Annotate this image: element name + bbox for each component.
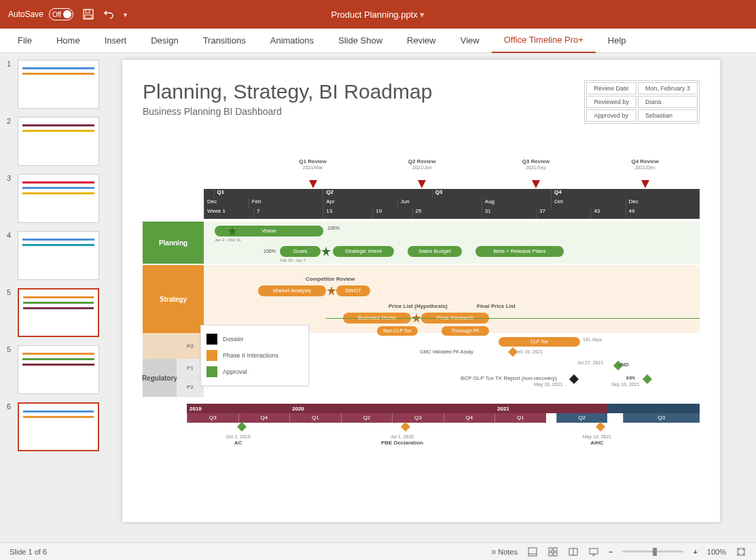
milestone-label: Jul 1, 2020PBE Declaration	[381, 434, 423, 446]
task-goals: Goals	[280, 246, 321, 257]
svg-rect-11	[549, 553, 552, 556]
review-marker-icon	[532, 180, 540, 188]
ribbon-tab-insert[interactable]: Insert	[92, 29, 139, 53]
bottom-year	[607, 404, 700, 413]
milestone-diamond-icon	[236, 422, 246, 432]
reading-view-icon[interactable]	[568, 546, 579, 557]
info-cell: Diana	[638, 96, 698, 108]
svg-rect-1	[86, 10, 90, 13]
ribbon-tab-slide-show[interactable]: Slide Show	[326, 29, 395, 53]
slideshow-icon[interactable]	[588, 546, 599, 557]
slide-canvas: Planning, Strategy, BI Roadmap Business …	[122, 60, 720, 522]
bottom-years: 201920202021	[187, 404, 700, 413]
legend-phase2: Phase II Interactions	[223, 352, 278, 359]
fit-icon[interactable]	[736, 546, 746, 557]
autosave-label: AutoSave	[8, 10, 43, 19]
info-cell: Sebastian	[638, 109, 698, 122]
zoom-in-icon[interactable]: +	[693, 548, 697, 556]
slide-thumbnail[interactable]	[18, 231, 99, 280]
milestone-burst-icon	[228, 226, 237, 236]
ribbon-tab-review[interactable]: Review	[395, 29, 448, 53]
reg-p2: P2	[177, 378, 204, 397]
timescale-week: 25	[412, 208, 422, 219]
timescale-quarter: Q4	[551, 189, 562, 198]
timescale-week: 19	[372, 208, 382, 219]
p2-outer	[143, 333, 177, 359]
legend-swatch-approval	[206, 366, 217, 377]
bottom-quarter: Q3	[623, 413, 700, 423]
info-cell: Reviewed by	[586, 96, 636, 108]
svg-marker-5	[327, 286, 336, 296]
strategy-lane: Competitor Review Market Analysis SWOT P…	[204, 265, 700, 333]
swimlane-label-regulatory: Regulatory	[143, 359, 177, 397]
document-title: Product Planning.pptx ▾	[331, 10, 425, 20]
customize-icon[interactable]: ▾	[124, 11, 127, 18]
ribbon-tab-design[interactable]: Design	[139, 29, 190, 53]
slide-editor-area[interactable]: Planning, Strategy, BI Roadmap Business …	[115, 53, 756, 542]
swimlane-label-planning: Planning	[143, 222, 204, 264]
normal-view-icon[interactable]	[527, 546, 538, 557]
workspace: 1234556 Planning, Strategy, BI Roadmap B…	[0, 53, 756, 542]
svg-rect-2	[85, 15, 92, 18]
bottom-quarter: Q1	[494, 413, 546, 423]
ind-date: Jul 27, 2021	[577, 360, 603, 365]
timescale-week: 7	[253, 208, 259, 219]
bottom-quarter: Q4	[238, 413, 290, 423]
milestone-diamond-icon	[401, 422, 410, 432]
title-bar: AutoSave Off ▾ Product Planning.pptx ▾	[0, 0, 756, 29]
swimlane-strategy: Strategy Competitor Review Market Analys…	[143, 265, 700, 333]
bottom-year: 2020	[289, 404, 494, 413]
ribbon-tab-transitions[interactable]: Transitions	[191, 29, 258, 53]
zoom-out-icon[interactable]: −	[609, 548, 613, 556]
slide-thumbnail[interactable]	[18, 345, 99, 394]
timescale-month: Apr	[323, 198, 334, 208]
timescale-week: Week 1	[204, 208, 226, 219]
clp-days: 141 days	[583, 337, 602, 342]
ribbon-tab-file[interactable]: File	[5, 29, 44, 53]
review-marker-icon	[309, 180, 317, 188]
ribbon-tab-view[interactable]: View	[448, 29, 492, 53]
bcp-label: BCP GLP Tox TK Report (non-recovery)	[461, 375, 557, 381]
save-icon[interactable]	[83, 9, 94, 20]
timescale-month: Aug	[482, 198, 494, 208]
info-cell: Approved by	[586, 109, 636, 122]
ribbon-tab-office-timeline-pro-[interactable]: Office Timeline Pro+	[492, 29, 596, 53]
reg-p1: P1	[177, 359, 204, 378]
diamond-icon	[569, 374, 579, 384]
review-markers: Q1 Review2021/MarQ2 Review2021/JunQ3 Rev…	[204, 158, 700, 186]
undo-icon[interactable]	[103, 9, 114, 20]
thumb-number: 2	[7, 117, 14, 166]
autosave-control[interactable]: AutoSave Off	[8, 8, 73, 20]
svg-marker-4	[321, 247, 331, 256]
status-bar: Slide 1 of 6 ≡ Notes − + 100%	[0, 542, 756, 560]
slide-thumbnail[interactable]	[18, 117, 99, 166]
review-label: Q1 Review2021/Mar	[299, 158, 326, 171]
timescale-week: 31	[482, 208, 491, 219]
svg-marker-3	[228, 226, 237, 236]
info-table: Review DateMon, February 3Reviewed byDia…	[584, 80, 700, 124]
zoom-slider[interactable]	[622, 550, 683, 553]
slide-thumbnail[interactable]	[18, 402, 99, 451]
autosave-toggle[interactable]: Off	[49, 8, 73, 20]
milestone-burst-icon	[321, 247, 331, 256]
slide-thumbnail[interactable]	[18, 60, 99, 109]
slide-thumbnail[interactable]	[18, 174, 99, 223]
zoom-handle[interactable]	[653, 548, 657, 556]
ribbon-tab-home[interactable]: Home	[44, 29, 92, 53]
row2-dates: Feb 23 - Apr 7	[280, 258, 306, 262]
timescale-week: 43	[590, 208, 600, 219]
ribbon-tab-animations[interactable]: Animations	[258, 29, 326, 53]
thumb-number: 3	[7, 174, 14, 223]
ribbon-tabs: FileHomeInsertDesignTransitionsAnimation…	[0, 29, 756, 53]
task-swot: SWOT	[336, 285, 370, 296]
final-price-label: Final Price List	[477, 303, 516, 309]
notes-button[interactable]: ≡ Notes	[492, 548, 518, 556]
diamond-icon	[643, 374, 652, 384]
sorter-view-icon[interactable]	[547, 546, 558, 557]
task-strategic-intent: Strategic Intent	[333, 246, 394, 257]
ribbon-tab-help[interactable]: Help	[596, 29, 638, 53]
toggle-knob	[63, 10, 71, 18]
slide-thumbnail[interactable]	[18, 288, 99, 337]
info-cell: Mon, February 3	[638, 82, 698, 94]
bottom-quarter: Q3	[187, 413, 238, 423]
